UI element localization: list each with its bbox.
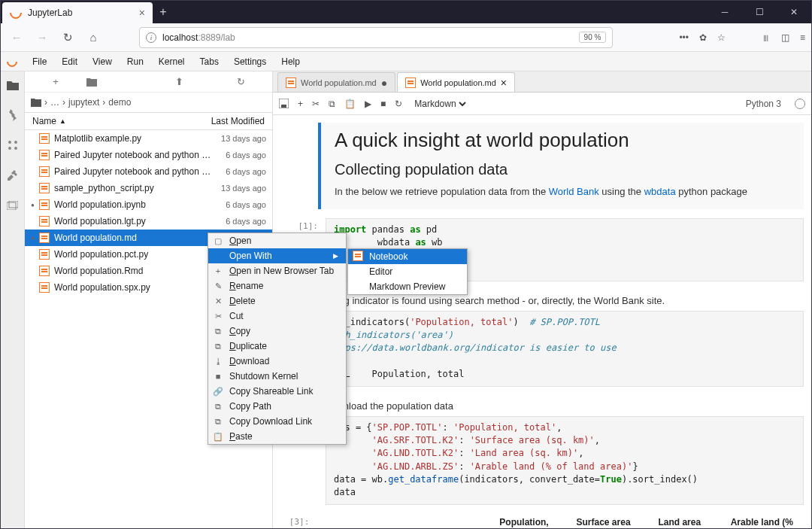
context-menu-item[interactable]: ✎Rename xyxy=(208,278,346,293)
context-menu-item[interactable]: 🔗Copy Shareable Link xyxy=(208,384,346,399)
file-row[interactable]: Paired Jupyter notebook and python …6 da… xyxy=(25,147,272,163)
file-name: World population.md xyxy=(54,233,137,243)
file-row[interactable]: ●World population.ipynb6 days ago xyxy=(25,196,272,213)
url-path: :8889/lab xyxy=(198,32,235,43)
jupyter-menubar: File Edit View Run Kernel Tabs Settings … xyxy=(1,52,811,71)
new-launcher-button[interactable]: + xyxy=(25,76,86,87)
info-icon[interactable]: i xyxy=(146,32,156,43)
context-menu-item[interactable]: ✕Delete xyxy=(208,293,346,309)
close-icon[interactable]: × xyxy=(501,78,507,88)
context-menu-item[interactable]: ⭳Download xyxy=(208,354,346,369)
ellipsis-icon[interactable]: ••• xyxy=(679,32,689,43)
menu-view[interactable]: View xyxy=(85,54,120,69)
save-button[interactable] xyxy=(279,99,289,108)
context-menu-item[interactable]: ⧉Copy Path xyxy=(208,399,346,414)
new-folder-button[interactable] xyxy=(86,78,148,87)
wbdata-link[interactable]: wbdata xyxy=(644,186,676,197)
submenu-item[interactable]: Editor xyxy=(348,264,467,279)
file-icon xyxy=(286,78,296,88)
restart-button[interactable]: ↻ xyxy=(395,99,402,109)
file-list-header[interactable]: Name ▲ Last Modified xyxy=(25,112,272,130)
file-icon xyxy=(405,78,416,88)
menu-icon[interactable]: ≡ xyxy=(800,32,805,43)
context-menu-item[interactable]: ■Shutdown Kernel xyxy=(208,369,346,384)
home-button[interactable]: ⌂ xyxy=(83,28,103,47)
insert-cell-button[interactable]: + xyxy=(298,99,303,109)
file-icon xyxy=(39,133,50,144)
context-menu-item[interactable]: ✂Cut xyxy=(208,309,346,324)
menu-tabs[interactable]: Tabs xyxy=(192,54,226,69)
world-bank-link[interactable]: World Bank xyxy=(549,186,599,197)
dirty-icon[interactable]: ● xyxy=(381,78,387,88)
commands-icon[interactable] xyxy=(5,138,20,153)
menu-edit[interactable]: Edit xyxy=(54,54,85,69)
context-menu-item[interactable]: ⧉Copy Download Link xyxy=(208,414,346,429)
tabs-icon[interactable] xyxy=(5,198,20,213)
url-bar[interactable]: i localhost:8889/lab 90 % xyxy=(139,27,613,48)
copy-button[interactable]: ⧉ xyxy=(329,99,335,109)
code-cell[interactable]: ch_indicators('Population, total') # SP.… xyxy=(280,311,804,387)
menu-file[interactable]: File xyxy=(25,54,54,69)
context-menu-item[interactable]: ▢Open xyxy=(208,233,346,248)
context-menu-item[interactable]: 📋Paste xyxy=(208,429,346,444)
breadcrumb[interactable]: ›… ›jupytext ›demo xyxy=(25,93,272,112)
browser-tab[interactable]: JupyterLab × xyxy=(2,2,153,23)
minimize-button[interactable]: ─ xyxy=(707,1,742,23)
forward-button[interactable]: → xyxy=(32,28,52,47)
menu-settings[interactable]: Settings xyxy=(226,54,274,69)
paste-button[interactable]: 📋 xyxy=(344,99,356,109)
notebook-toolbar: + ✂ ⧉ 📋 ▶ ■ ↻ Markdown Python 3 xyxy=(273,93,811,115)
close-window-button[interactable]: ✕ xyxy=(777,1,811,23)
file-row[interactable]: Paired Jupyter notebook and python …6 da… xyxy=(25,163,272,180)
new-tab-button[interactable]: + xyxy=(153,1,174,23)
markdown-cell[interactable]: A quick insight at world population Coll… xyxy=(318,123,804,209)
kernel-status-icon[interactable] xyxy=(795,99,805,109)
open-with-submenu[interactable]: NotebookEditorMarkdown Preview xyxy=(347,248,468,295)
protection-icon[interactable]: ✿ xyxy=(699,32,707,43)
file-row[interactable]: World population.lgt.py6 days ago xyxy=(25,213,272,230)
celltype-select[interactable]: Markdown xyxy=(411,98,468,110)
file-icon xyxy=(39,183,50,193)
run-button[interactable]: ▶ xyxy=(365,99,371,109)
context-menu-item[interactable]: ⧉Copy xyxy=(208,324,346,339)
document-tab[interactable]: World population.md● xyxy=(277,72,395,92)
svg-point-3 xyxy=(14,147,17,150)
running-icon[interactable] xyxy=(5,108,20,123)
menu-run[interactable]: Run xyxy=(120,54,151,69)
window-titlebar: JupyterLab × + ─ ☐ ✕ xyxy=(1,1,811,23)
context-menu-item[interactable]: Open With▶ xyxy=(208,248,346,263)
submenu-item[interactable]: Notebook xyxy=(348,249,467,264)
library-icon[interactable]: ⫼ xyxy=(762,32,771,43)
kernel-name[interactable]: Python 3 xyxy=(746,99,781,109)
file-modified: 6 days ago xyxy=(226,200,266,209)
context-menu-item[interactable]: +Open in New Browser Tab xyxy=(208,263,346,278)
file-icon xyxy=(39,150,50,160)
jupyter-icon xyxy=(8,5,25,22)
zoom-badge[interactable]: 90 % xyxy=(579,32,607,43)
bookmark-icon[interactable]: ☆ xyxy=(717,32,726,43)
refresh-button[interactable]: ↻ xyxy=(211,76,272,87)
back-button[interactable]: ← xyxy=(7,28,26,47)
context-menu-item[interactable]: ⧉Duplicate xyxy=(208,339,346,354)
menu-kernel[interactable]: Kernel xyxy=(151,54,192,69)
interrupt-button[interactable]: ■ xyxy=(380,99,386,109)
reload-button[interactable]: ↻ xyxy=(58,28,77,47)
file-row[interactable]: Matplotlib example.py13 days ago xyxy=(25,130,272,147)
cut-button[interactable]: ✂ xyxy=(312,99,320,109)
close-icon[interactable]: × xyxy=(139,7,145,19)
folder-icon[interactable] xyxy=(5,78,20,93)
file-modified: 13 days ago xyxy=(221,134,266,143)
notebook-area[interactable]: A quick insight at world population Coll… xyxy=(273,115,811,528)
file-name: World population.lgt.py xyxy=(54,216,146,226)
upload-button[interactable]: ⬆ xyxy=(149,76,211,87)
document-tab[interactable]: World population.md× xyxy=(397,72,515,92)
menu-help[interactable]: Help xyxy=(274,54,308,69)
context-menu[interactable]: ▢OpenOpen With▶+Open in New Browser Tab✎… xyxy=(208,233,347,445)
code-cell[interactable]: ors = {'SP.POP.TOTL': 'Population, total… xyxy=(280,416,804,505)
submenu-item[interactable]: Markdown Preview xyxy=(348,279,467,294)
file-row[interactable]: sample_python_script.py13 days ago xyxy=(25,180,272,196)
sidebar-icon[interactable]: ◫ xyxy=(781,32,789,43)
maximize-button[interactable]: ☐ xyxy=(742,1,777,23)
tools-icon[interactable] xyxy=(5,168,20,183)
file-icon xyxy=(39,199,50,210)
